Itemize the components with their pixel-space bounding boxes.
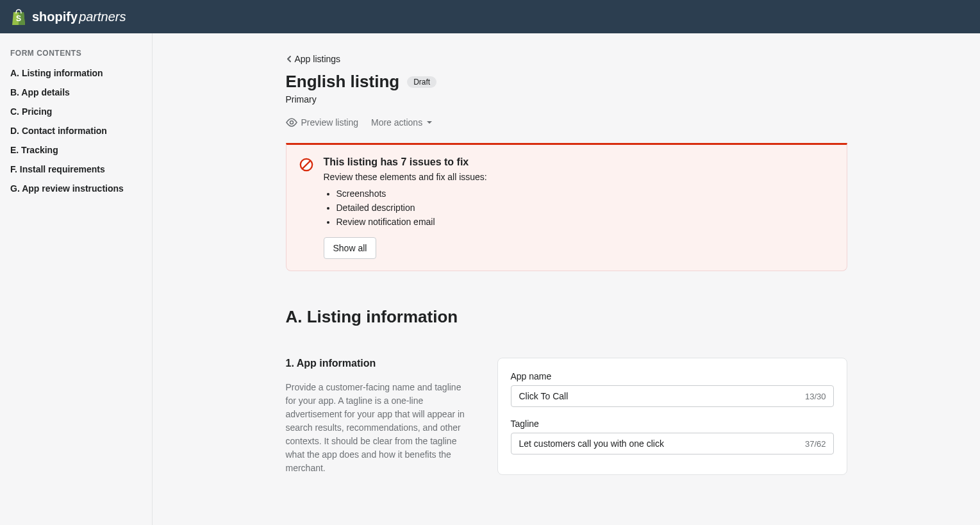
form-card: App name 13/30 Tagline 37/62: [497, 358, 847, 475]
subsection-description: Provide a customer-facing name and tagli…: [286, 381, 472, 475]
subsection-title: 1. App information: [286, 358, 472, 369]
alert-subtitle: Review these elements and fix all issues…: [324, 172, 834, 182]
app-information-section: 1. App information Provide a customer-fa…: [286, 358, 847, 475]
logo-brand: shopify: [32, 10, 78, 24]
issues-alert: This listing has 7 issues to fix Review …: [286, 143, 847, 271]
top-bar: S shopify partners: [0, 0, 980, 33]
show-all-button[interactable]: Show all: [324, 237, 377, 259]
tagline-label: Tagline: [511, 419, 834, 429]
preview-listing-button[interactable]: Preview listing: [286, 117, 358, 128]
preview-label: Preview listing: [301, 117, 358, 128]
actions-row: Preview listing More actions: [286, 117, 847, 128]
alert-title: This listing has 7 issues to fix: [324, 156, 834, 168]
alert-issue-item: Review notification email: [336, 217, 834, 227]
page-title: English listing: [286, 72, 400, 92]
sidebar-heading: FORM CONTENTS: [10, 49, 142, 58]
page-subtitle: Primary: [286, 94, 847, 104]
logo[interactable]: S shopify partners: [10, 7, 126, 26]
prohibited-icon: [299, 158, 313, 172]
tagline-char-count: 37/62: [805, 439, 826, 449]
app-name-label: App name: [511, 371, 834, 381]
logo-text: shopify partners: [32, 10, 126, 24]
shopify-bag-icon: S: [10, 7, 27, 26]
tagline-input[interactable]: [511, 433, 834, 454]
caret-down-icon: [426, 121, 433, 124]
sidebar-item-listing-info[interactable]: A. Listing information: [10, 68, 142, 78]
app-name-input[interactable]: [511, 385, 834, 407]
sidebar: FORM CONTENTS A. Listing information B. …: [0, 33, 153, 525]
chevron-left-icon: [286, 55, 292, 63]
more-actions-button[interactable]: More actions: [371, 117, 433, 128]
more-actions-label: More actions: [371, 117, 422, 128]
svg-point-1: [290, 121, 293, 124]
sidebar-item-review-instructions[interactable]: G. App review instructions: [10, 183, 142, 194]
alert-issue-item: Screenshots: [336, 188, 834, 199]
app-name-char-count: 13/30: [805, 392, 826, 401]
sidebar-item-tracking[interactable]: E. Tracking: [10, 145, 142, 155]
main-content: App listings English listing Draft Prima…: [153, 33, 980, 525]
sidebar-nav: A. Listing information B. App details C.…: [10, 68, 142, 194]
alert-issue-item: Detailed description: [336, 203, 834, 213]
eye-icon: [286, 118, 297, 127]
svg-text:S: S: [16, 14, 21, 23]
status-badge: Draft: [407, 76, 436, 88]
sidebar-item-pricing[interactable]: C. Pricing: [10, 106, 142, 117]
breadcrumb-label: App listings: [295, 54, 341, 64]
alert-issues-list: Screenshots Detailed description Review …: [324, 188, 834, 227]
section-heading: A. Listing information: [286, 307, 847, 327]
logo-suffix: partners: [79, 10, 126, 24]
breadcrumb[interactable]: App listings: [286, 54, 847, 64]
sidebar-item-install-reqs[interactable]: F. Install requirements: [10, 164, 142, 174]
sidebar-item-app-details[interactable]: B. App details: [10, 87, 142, 97]
sidebar-item-contact[interactable]: D. Contact information: [10, 126, 142, 136]
